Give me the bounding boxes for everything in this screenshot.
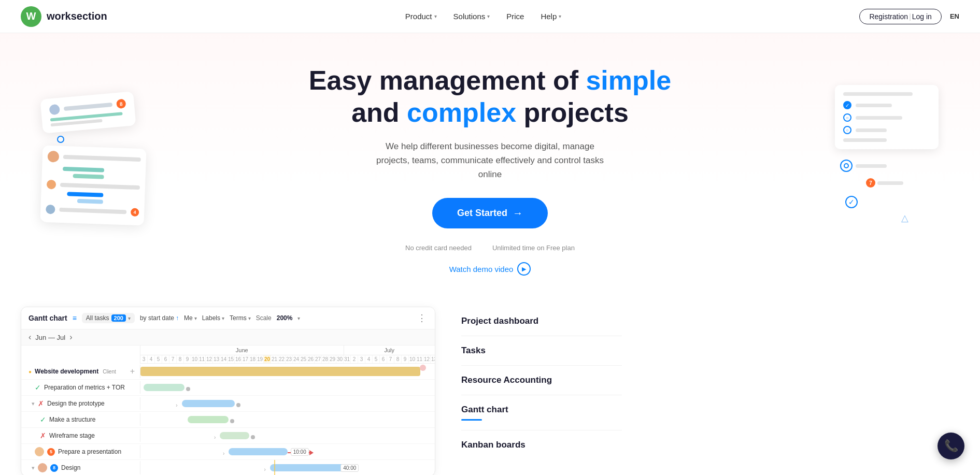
all-tasks-filter[interactable]: All tasks 200 ▾: [82, 313, 135, 323]
chevron-down-icon: ▾: [434, 13, 437, 19]
expand-icon[interactable]: ▾: [32, 465, 35, 471]
phone-icon: 📞: [944, 439, 958, 453]
hero-section: 8 4: [0, 33, 980, 296]
task-count-badge: 8: [50, 464, 58, 472]
check-issue-icon: ✗: [40, 431, 46, 440]
row-name-website-dev: Website development: [35, 368, 98, 375]
nav-help[interactable]: Help ▾: [541, 12, 561, 21]
gantt-chart-title: Gantt chart: [29, 314, 67, 322]
nav-logo[interactable]: W worksection: [21, 6, 107, 27]
add-task-button[interactable]: +: [130, 367, 135, 376]
chevron-down-icon: ▾: [248, 315, 251, 321]
table-row: ▾ ✗ Design the prototype ›: [21, 396, 435, 412]
check-icon: ✓: [35, 383, 41, 392]
table-row: ✓ Make a structure: [21, 412, 435, 428]
row-name-wireframe: Wireframe stage: [49, 432, 95, 439]
check-icon: ✓: [40, 415, 46, 424]
avatar: [35, 447, 44, 456]
chevron-down-icon: ▾: [487, 13, 490, 19]
chevron-down-icon: ▾: [222, 315, 224, 321]
language-selector[interactable]: EN: [950, 12, 959, 20]
navbar: W worksection Product ▾ Solutions ▾ Pric…: [0, 0, 980, 33]
bottom-section: Gantt chart ≡ All tasks 200 ▾ by start d…: [0, 296, 980, 475]
sidebar-item-resource-accounting[interactable]: Resource Accounting: [461, 366, 622, 395]
expand-icon[interactable]: ▾: [32, 400, 35, 407]
right-sidebar: Project dashboard Tasks Resource Account…: [456, 307, 622, 475]
by-start-date-filter[interactable]: by start date ↑: [140, 314, 179, 322]
task-count-badge: 5: [47, 448, 55, 456]
sidebar-item-gantt-chart[interactable]: Gantt chart: [461, 395, 622, 430]
client-badge: Client: [103, 369, 116, 375]
table-row: 5 Prepare a presentation › 10:00: [21, 444, 435, 460]
table-row: ✓ Preparation of metrics + TOR: [21, 380, 435, 396]
avatar: [38, 463, 47, 472]
gantt-toolbar: Gantt chart ≡ All tasks 200 ▾ by start d…: [21, 307, 435, 329]
july-label: July: [344, 346, 435, 355]
nav-links: Product ▾ Solutions ▾ Price Help ▾: [405, 12, 561, 21]
table-row: ● Website development Client +: [21, 364, 435, 380]
active-indicator: [461, 419, 482, 421]
logo-icon: W: [21, 6, 41, 27]
watch-demo-link[interactable]: Watch demo video ▶: [449, 262, 531, 276]
phone-button[interactable]: 📞: [938, 433, 964, 459]
row-name-prepare-pres: Prepare a presentation: [58, 448, 121, 455]
nav-right: Registration | Log in EN: [859, 9, 959, 24]
chevron-down-icon: ▾: [194, 315, 197, 321]
play-icon: ▶: [517, 262, 531, 276]
terms-filter[interactable]: Terms ▾: [230, 314, 251, 322]
sidebar-label: Kanban boards: [461, 440, 525, 450]
more-options-button[interactable]: ⋮: [417, 312, 428, 324]
login-label: Log in: [912, 12, 932, 21]
chevron-down-icon: ▾: [128, 315, 131, 321]
nav-solutions[interactable]: Solutions ▾: [453, 12, 490, 21]
table-row: ✗ Wireframe stage ›: [21, 428, 435, 444]
sidebar-label: Project dashboard: [461, 316, 538, 326]
sidebar-item-tasks[interactable]: Tasks: [461, 336, 622, 366]
sidebar-label: Resource Accounting: [461, 375, 552, 385]
registration-button[interactable]: Registration | Log in: [859, 9, 942, 24]
row-name-design: Design: [61, 464, 80, 471]
hero-title: Easy management of simple and complex pr…: [10, 64, 970, 129]
scale-value: 200%: [277, 314, 293, 322]
scale-label: Scale: [256, 314, 272, 322]
row-name-design-proto: Design the prototype: [47, 400, 105, 407]
gantt-prev-button[interactable]: ‹: [29, 333, 31, 342]
row-name-prep-metrics: Preparation of metrics + TOR: [44, 384, 125, 391]
june-label: June: [140, 346, 344, 355]
gantt-date-nav: ‹ Jun — Jul ›: [21, 329, 435, 346]
sidebar-item-kanban-boards[interactable]: Kanban boards: [461, 430, 622, 459]
gantt-chart-preview: Gantt chart ≡ All tasks 200 ▾ by start d…: [21, 307, 435, 475]
sort-arrow-icon: ↑: [176, 314, 179, 322]
gantt-chart-icon: ≡: [73, 314, 77, 322]
gantt-grid-header: June July 3 4 5 6 7 8 9 10 11 12 13 14: [21, 346, 435, 364]
gantt-next-button[interactable]: ›: [69, 333, 72, 342]
nav-product[interactable]: Product ▾: [405, 12, 437, 21]
get-started-button[interactable]: Get Started →: [432, 198, 548, 228]
tasks-count-badge: 200: [111, 314, 126, 322]
hero-notes: No credit card needed Unlimited time on …: [10, 244, 970, 252]
sidebar-label: Tasks: [461, 346, 486, 355]
labels-filter[interactable]: Labels ▾: [202, 314, 224, 322]
chevron-down-icon: ▾: [297, 315, 300, 321]
logo-text: worksection: [47, 10, 107, 22]
row-name-make-structure: Make a structure: [49, 416, 95, 423]
gantt-period-label: Jun — Jul: [35, 334, 65, 341]
me-filter[interactable]: Me ▾: [184, 314, 197, 322]
hero-subtitle: We help different businesses become digi…: [371, 139, 609, 182]
chevron-down-icon: ▾: [559, 13, 561, 19]
gantt-days-header: 3 4 5 6 7 8 9 10 11 12 13 14 15 16 17 18: [140, 355, 435, 364]
sidebar-item-project-dashboard[interactable]: Project dashboard: [461, 307, 622, 336]
nav-price[interactable]: Price: [506, 12, 524, 21]
arrow-right-icon: →: [513, 207, 523, 219]
sidebar-label: Gantt chart: [461, 405, 508, 414]
check-issue-icon: ✗: [38, 399, 44, 408]
table-row: ▾ 8 Design › 40:00: [21, 460, 435, 475]
